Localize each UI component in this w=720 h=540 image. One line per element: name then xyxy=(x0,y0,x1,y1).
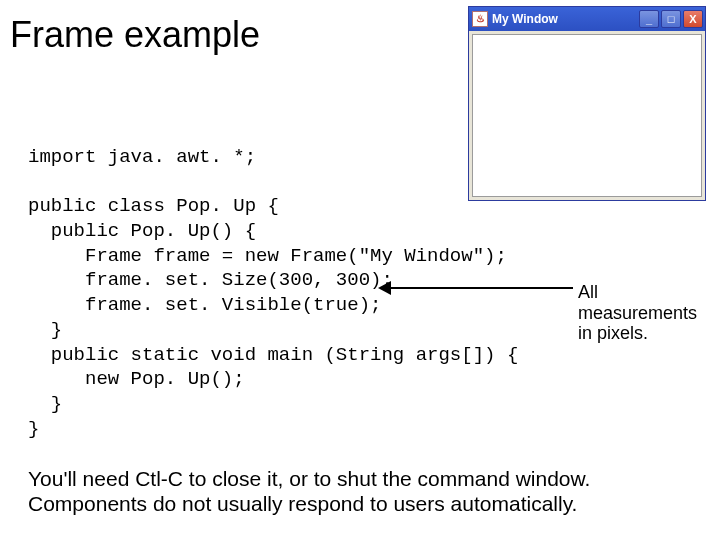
annotation-line1: All measurements xyxy=(578,282,720,323)
minimize-button[interactable]: _ xyxy=(639,10,659,28)
slide: Frame example ♨ My Window _ □ X import j… xyxy=(0,0,720,540)
footer-text: You'll need Ctl-C to close it, or to shu… xyxy=(28,466,590,516)
footer-line1: You'll need Ctl-C to close it, or to shu… xyxy=(28,466,590,491)
arrow-head-icon xyxy=(378,281,391,295)
maximize-button[interactable]: □ xyxy=(661,10,681,28)
window-title: My Window xyxy=(492,12,637,26)
slide-title: Frame example xyxy=(10,14,260,56)
annotation-text: All measurements in pixels. xyxy=(578,282,720,344)
java-icon: ♨ xyxy=(472,11,488,27)
close-button[interactable]: X xyxy=(683,10,703,28)
arrow-line xyxy=(388,287,573,289)
annotation-line2: in pixels. xyxy=(578,323,720,344)
footer-line2: Components do not usually respond to use… xyxy=(28,491,590,516)
titlebar: ♨ My Window _ □ X xyxy=(469,7,705,31)
annotation-arrow xyxy=(378,278,573,300)
